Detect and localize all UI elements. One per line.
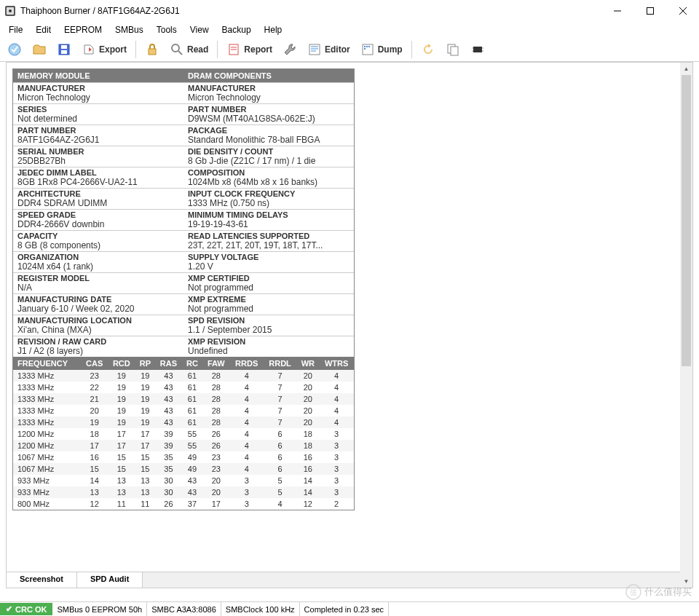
- svg-point-2: [9, 9, 12, 12]
- wrench-icon: [283, 42, 297, 57]
- scrollbar-thumb[interactable]: [682, 75, 691, 366]
- close-button[interactable]: [666, 0, 699, 22]
- svg-point-12: [172, 44, 179, 52]
- field-label: XMP CERTIFIED: [183, 273, 354, 283]
- svg-rect-22: [364, 46, 366, 47]
- menu-edit[interactable]: Edit: [30, 23, 57, 36]
- field-value: Undefined: [183, 346, 354, 357]
- field-label: SPEED GRADE: [13, 210, 183, 219]
- field-value: Standard Monolithic 78-ball FBGA: [183, 135, 354, 146]
- menu-view[interactable]: View: [184, 23, 215, 36]
- timing-cell: 13: [135, 475, 155, 486]
- timing-cell: 43: [182, 486, 202, 498]
- timing-column-header: CAS: [81, 357, 108, 370]
- menu-backup[interactable]: Backup: [216, 23, 257, 36]
- scroll-up-icon[interactable]: ▲: [680, 63, 692, 75]
- export-button[interactable]: Export: [77, 40, 131, 59]
- timing-cell: 23: [81, 370, 108, 382]
- timing-cell: 4: [264, 498, 296, 510]
- timing-row: 1200 MHz18171739552646183: [13, 428, 354, 440]
- field-value: 23T, 22T, 21T, 20T, 19T, 18T, 17T...: [183, 240, 354, 251]
- timing-cell: 19: [135, 393, 155, 405]
- info-row: MANUFACTURERMicron TechnologyMANUFACTURE…: [13, 82, 354, 103]
- field-label: INPUT CLOCK FREQUENCY: [183, 189, 354, 198]
- vertical-scrollbar[interactable]: ▲ ▼: [680, 63, 692, 588]
- info-row: SPEED GRADEDDR4-2666V downbinMINIMUM TIM…: [13, 209, 354, 230]
- timing-cell: 43: [155, 370, 182, 382]
- tools-button[interactable]: [278, 40, 301, 59]
- timing-cell: 16: [296, 451, 319, 463]
- field-label: REGISTER MODEL: [13, 273, 183, 283]
- refresh-button[interactable]: [416, 40, 440, 59]
- report-button[interactable]: Report: [222, 40, 277, 59]
- report-icon: [226, 42, 241, 57]
- timing-cell: 1333 MHz: [13, 393, 81, 405]
- info-row: MANUFACTURING DATEJanuary 6-10 / Week 02…: [13, 293, 354, 315]
- svg-rect-25: [364, 48, 366, 50]
- timing-cell: 18: [81, 428, 108, 440]
- timing-cell: 5: [264, 486, 296, 498]
- read-icon: [170, 42, 184, 57]
- timing-row: 1333 MHz21191943612847204: [13, 393, 354, 405]
- field-value: N/A: [13, 283, 183, 293]
- timing-cell: 4: [319, 382, 354, 393]
- menu-eeprom[interactable]: EEPROM: [58, 23, 108, 36]
- tab-screenshot[interactable]: Screenshot: [7, 572, 77, 588]
- info-row: REVISION / RAW CARDJ1 / A2 (8 layers)XMP…: [13, 336, 354, 357]
- content-area: MEMORY MODULE DRAM COMPONENTS MANUFACTUR…: [6, 62, 693, 588]
- read-button[interactable]: Read: [165, 40, 213, 59]
- timing-cell: 3: [230, 486, 264, 498]
- timing-cell: 14: [81, 475, 108, 486]
- timing-cell: 933 MHz: [13, 486, 81, 498]
- timing-cell: 20: [202, 475, 230, 486]
- timing-cell: 1067 MHz: [13, 451, 81, 463]
- timing-cell: 5: [264, 475, 296, 486]
- watermark-icon: 值: [625, 584, 641, 600]
- svg-rect-4: [647, 8, 653, 15]
- timing-cell: 15: [135, 451, 155, 463]
- timing-cell: 6: [264, 440, 296, 451]
- tab-spd-audit[interactable]: SPD Audit: [77, 572, 143, 588]
- menu-help[interactable]: Help: [258, 23, 288, 36]
- timing-cell: 4: [230, 416, 264, 428]
- dump-button[interactable]: Dump: [356, 40, 407, 59]
- editor-button[interactable]: Editor: [303, 40, 355, 59]
- field-value: DDR4-2666V downbin: [13, 219, 183, 230]
- menu-smbus[interactable]: SMBus: [109, 23, 149, 36]
- timing-cell: 6: [264, 463, 296, 475]
- field-value: 25DBB27Bh: [13, 156, 183, 167]
- timing-cell: 4: [230, 393, 264, 405]
- copy-button[interactable]: [441, 40, 465, 59]
- read-label: Read: [187, 44, 208, 55]
- timing-cell: 16: [81, 451, 108, 463]
- minimize-button[interactable]: [601, 0, 633, 22]
- menu-file[interactable]: File: [3, 23, 28, 36]
- timing-cell: 4: [230, 405, 264, 416]
- field-label: SPD REVISION: [183, 315, 354, 325]
- timing-cell: 1333 MHz: [13, 382, 81, 393]
- svg-text:值: 值: [630, 588, 637, 596]
- new-button[interactable]: [3, 40, 26, 59]
- lock-icon: [145, 42, 159, 57]
- save-button[interactable]: [52, 40, 76, 59]
- menu-tools[interactable]: Tools: [151, 23, 183, 36]
- info-row: MANUFACTURING LOCATIONXi'an, China (MXA)…: [13, 315, 354, 336]
- timing-column-header: FREQUENCY: [13, 357, 81, 370]
- svg-rect-23: [366, 46, 368, 47]
- svg-rect-24: [368, 46, 370, 47]
- maximize-button[interactable]: [633, 0, 666, 22]
- lock-button[interactable]: [141, 40, 164, 59]
- save-icon: [57, 42, 71, 57]
- timing-cell: 15: [108, 463, 135, 475]
- timing-cell: 20: [296, 416, 319, 428]
- field-label: MANUFACTURING LOCATION: [13, 315, 183, 325]
- chip-button[interactable]: [466, 40, 489, 59]
- open-button[interactable]: [28, 40, 51, 59]
- field-label: MINIMUM TIMING DELAYS: [183, 210, 354, 219]
- field-value: 1333 MHz (0.750 ns): [183, 198, 354, 209]
- timing-cell: 19: [108, 416, 135, 428]
- app-icon: [4, 5, 16, 17]
- field-label: PACKAGE: [183, 125, 354, 135]
- timing-cell: 28: [202, 405, 230, 416]
- timing-cell: 19: [108, 370, 135, 382]
